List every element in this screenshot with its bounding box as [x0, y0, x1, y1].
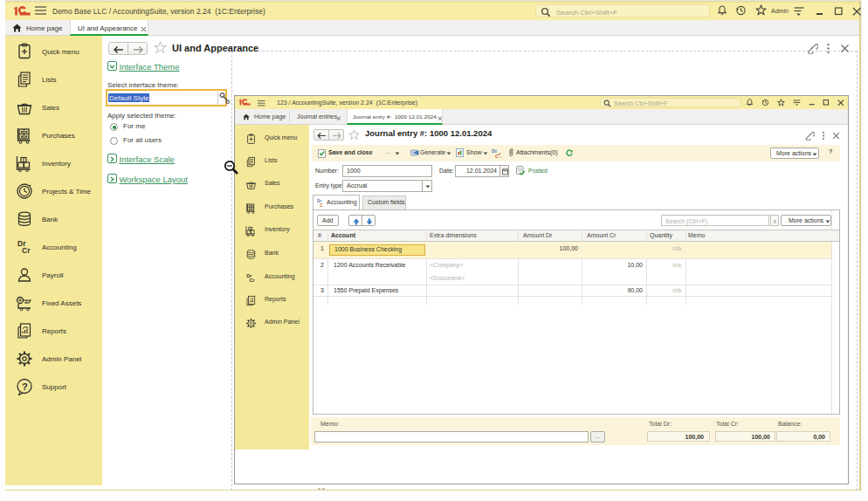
svg-text:C: C	[495, 154, 499, 159]
svg-text:Dr: Dr	[317, 199, 321, 203]
svg-text:Dr: Dr	[492, 148, 498, 154]
svg-text:C: C	[320, 203, 323, 208]
